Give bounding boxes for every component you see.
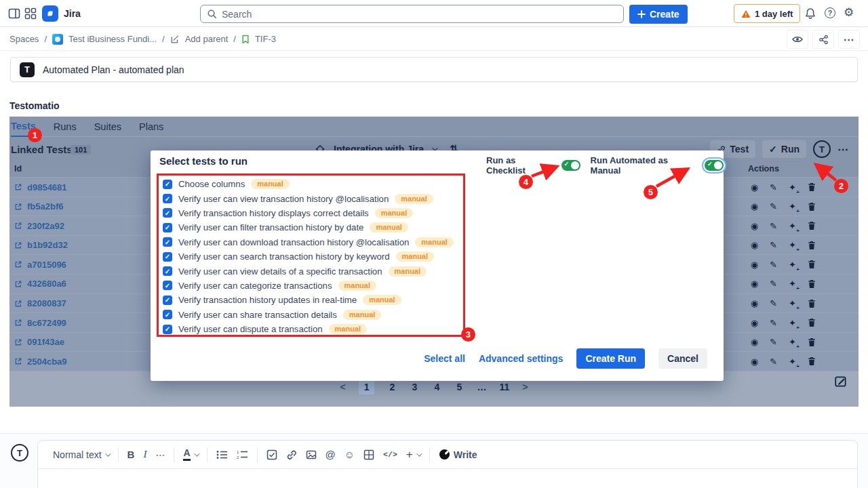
test-id-link[interactable]: a7015096 bbox=[14, 255, 66, 274]
run-automated-as-manual-toggle[interactable]: ✓ bbox=[705, 160, 724, 171]
test-checkbox[interactable]: ✓ bbox=[163, 223, 172, 232]
breadcrumb-issue-key[interactable]: TIF-3 bbox=[255, 34, 276, 44]
ai-sparkle-icon[interactable]: ✦ bbox=[787, 279, 797, 289]
compose-feedback-icon[interactable] bbox=[834, 375, 848, 388]
view-icon[interactable]: ◉ bbox=[749, 221, 760, 231]
view-icon[interactable]: ◉ bbox=[749, 357, 760, 367]
edit-pencil-icon[interactable]: ✎ bbox=[768, 337, 778, 347]
insert-more-button[interactable]: + bbox=[406, 448, 420, 462]
test-id-link[interactable]: b1b92d32 bbox=[14, 236, 68, 255]
image-icon[interactable] bbox=[306, 449, 317, 460]
view-icon[interactable]: ◉ bbox=[749, 298, 760, 308]
pagination-page[interactable]: 1 bbox=[359, 380, 375, 394]
delete-trash-icon[interactable] bbox=[806, 221, 816, 231]
delete-trash-icon[interactable] bbox=[806, 357, 816, 367]
view-icon[interactable]: ◉ bbox=[749, 182, 760, 192]
delete-trash-icon[interactable] bbox=[806, 240, 816, 250]
test-checkbox[interactable]: ✓ bbox=[163, 325, 172, 334]
edit-pencil-icon[interactable]: ✎ bbox=[768, 221, 778, 231]
search-input[interactable] bbox=[222, 9, 588, 20]
test-checkbox[interactable]: ✓ bbox=[163, 180, 172, 189]
edit-pencil-icon[interactable]: ✎ bbox=[768, 357, 778, 367]
bold-button[interactable]: B bbox=[127, 449, 135, 460]
test-checkbox[interactable]: ✓ bbox=[163, 266, 172, 276]
jira-logo-icon[interactable] bbox=[42, 5, 58, 22]
breadcrumb-spaces[interactable]: Spaces bbox=[9, 34, 39, 44]
breadcrumb-project[interactable]: Test iBusiness Fundi... bbox=[68, 34, 157, 44]
more-formatting-icon[interactable]: ⋯ bbox=[155, 449, 165, 460]
testomatio-circle-button[interactable]: T bbox=[813, 140, 831, 158]
delete-trash-icon[interactable] bbox=[806, 279, 816, 289]
test-checkbox[interactable]: ✓ bbox=[163, 310, 172, 319]
ai-sparkle-icon[interactable]: ✦ bbox=[787, 240, 797, 250]
ai-sparkle-icon[interactable]: ✦ bbox=[787, 318, 797, 328]
global-search[interactable] bbox=[200, 5, 624, 23]
link-icon[interactable] bbox=[286, 449, 297, 460]
test-id-link[interactable]: 2504cba9 bbox=[14, 352, 67, 371]
edit-pencil-icon[interactable]: ✎ bbox=[768, 240, 778, 250]
tab-suites[interactable]: Suites bbox=[94, 117, 121, 137]
delete-trash-icon[interactable] bbox=[806, 318, 816, 328]
more-actions-button[interactable]: ⋯ bbox=[838, 30, 860, 49]
help-icon[interactable]: ? bbox=[825, 7, 835, 18]
edit-pencil-icon[interactable]: ✎ bbox=[768, 201, 778, 211]
test-id-link[interactable]: 82080837 bbox=[14, 294, 66, 313]
test-checkbox[interactable]: ✓ bbox=[163, 208, 172, 218]
view-icon[interactable]: ◉ bbox=[749, 318, 760, 328]
tab-runs[interactable]: Runs bbox=[54, 117, 77, 137]
test-id-link[interactable]: fb5a2bf6 bbox=[14, 197, 63, 216]
edit-pencil-icon[interactable]: ✎ bbox=[768, 318, 778, 328]
watch-button[interactable] bbox=[787, 30, 808, 49]
code-block-button[interactable]: </> bbox=[383, 450, 397, 459]
app-switcher-icon[interactable] bbox=[24, 7, 37, 20]
ai-sparkle-icon[interactable]: ✦ bbox=[787, 357, 797, 367]
pagination-page[interactable]: 3 bbox=[410, 382, 419, 392]
tab-plans[interactable]: Plans bbox=[139, 117, 163, 137]
delete-trash-icon[interactable] bbox=[806, 182, 816, 192]
task-checkbox-icon[interactable] bbox=[267, 449, 277, 460]
pagination-next-icon[interactable]: > bbox=[522, 382, 528, 392]
view-icon[interactable]: ◉ bbox=[749, 337, 760, 347]
test-id-link[interactable]: 091f43ae bbox=[14, 333, 64, 352]
test-checkbox[interactable]: ✓ bbox=[163, 296, 172, 305]
text-color-button[interactable]: A bbox=[183, 448, 197, 461]
comment-editor[interactable]: Normal text B I ⋯ A 12 @ ☺ bbox=[37, 440, 858, 488]
view-icon[interactable]: ◉ bbox=[749, 240, 760, 250]
ai-sparkle-icon[interactable]: ✦ bbox=[787, 201, 797, 211]
cancel-button[interactable]: Cancel bbox=[658, 348, 707, 369]
test-checkbox[interactable]: ✓ bbox=[163, 237, 172, 247]
delete-trash-icon[interactable] bbox=[806, 337, 816, 347]
delete-trash-icon[interactable] bbox=[806, 298, 816, 308]
advanced-settings-link[interactable]: Advanced settings bbox=[479, 353, 563, 364]
italic-button[interactable]: I bbox=[143, 449, 146, 460]
view-icon[interactable]: ◉ bbox=[749, 201, 760, 211]
run-as-checklist-toggle[interactable]: ✓ bbox=[561, 160, 580, 171]
edit-pencil-icon[interactable]: ✎ bbox=[768, 260, 778, 270]
ai-sparkle-icon[interactable]: ✦ bbox=[787, 337, 797, 347]
test-checkbox[interactable]: ✓ bbox=[163, 281, 172, 290]
text-style-dropdown[interactable]: Normal text bbox=[53, 449, 109, 460]
automated-plan-card[interactable]: T Automated Plan - automated plan bbox=[10, 57, 858, 82]
edit-pencil-icon[interactable]: ✎ bbox=[768, 279, 778, 289]
mention-button[interactable]: @ bbox=[326, 449, 336, 460]
edit-pencil-icon[interactable]: ✎ bbox=[768, 298, 778, 308]
bullet-list-icon[interactable] bbox=[216, 449, 228, 460]
emoji-icon[interactable]: ☺ bbox=[344, 449, 355, 460]
sidebar-toggle-icon[interactable] bbox=[8, 7, 20, 20]
pagination-page[interactable]: 11 bbox=[499, 382, 509, 392]
ai-sparkle-icon[interactable]: ✦ bbox=[787, 221, 797, 231]
ai-sparkle-icon[interactable]: ✦ bbox=[787, 182, 797, 192]
create-run-button[interactable]: Create Run bbox=[576, 348, 645, 369]
pagination-page[interactable]: 4 bbox=[432, 382, 441, 392]
numbered-list-icon[interactable]: 12 bbox=[237, 449, 248, 460]
test-checkbox[interactable]: ✓ bbox=[163, 252, 172, 262]
pagination-prev-icon[interactable]: < bbox=[340, 382, 346, 392]
test-id-link[interactable]: d9854681 bbox=[14, 178, 67, 197]
edit-pencil-icon[interactable]: ✎ bbox=[768, 182, 778, 192]
create-button[interactable]: Create bbox=[629, 5, 688, 24]
notifications-bell-icon[interactable] bbox=[804, 7, 816, 20]
ai-sparkle-icon[interactable]: ✦ bbox=[787, 260, 797, 270]
test-id-link[interactable]: 8c672499 bbox=[14, 313, 66, 332]
ai-sparkle-icon[interactable]: ✦ bbox=[787, 298, 797, 308]
select-all-link[interactable]: Select all bbox=[424, 353, 465, 364]
